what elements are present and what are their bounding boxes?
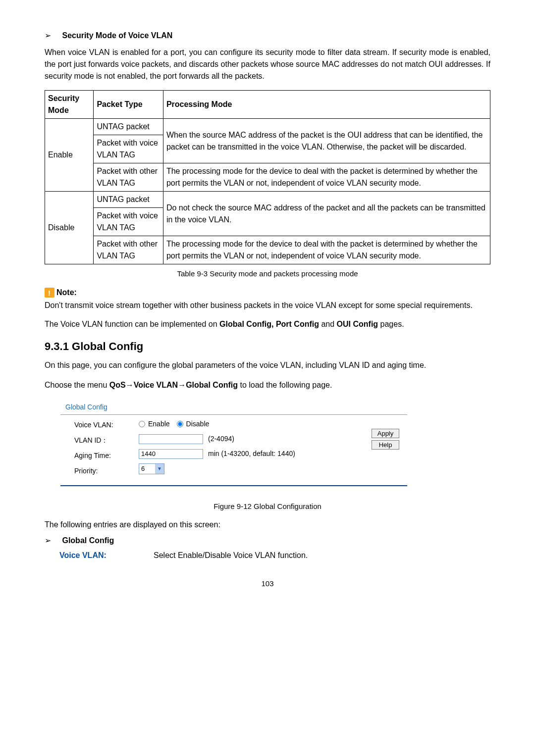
priority-value: 6	[141, 464, 145, 474]
cell-untag2: UNTAG packet	[94, 192, 163, 208]
apply-button[interactable]: Apply	[372, 429, 399, 438]
bullet-arrow-icon: ➢	[45, 31, 51, 40]
section-heading: 9.3.1 Global Config	[45, 338, 490, 354]
controls-column: Enable Disable (2-4094) min (1-43200, de…	[139, 419, 295, 474]
table-row: Enable UNTAG packet When the source MAC …	[45, 119, 490, 135]
text: The Voice VLAN function can be implement…	[45, 320, 219, 328]
lead-text: Security Mode of Voice VLAN	[62, 31, 172, 40]
field-desc-voice-vlan: Select Enable/Disable Voice VLAN functio…	[154, 550, 308, 561]
vlan-id-input[interactable]	[139, 434, 203, 444]
menu-path: Choose the menu QoS→Voice VLAN→Global Co…	[45, 379, 490, 391]
aging-time-row: min (1-43200, default: 1440)	[139, 449, 295, 459]
radio-disable[interactable]	[177, 421, 183, 427]
cell-voice-tag2: Packet with voice VLAN TAG	[94, 208, 163, 236]
figure-caption: Figure 9-12 Global Configuration	[45, 501, 490, 512]
table-caption: Table 9-3 Security mode and packets proc…	[45, 268, 490, 280]
lead-text: Global Config	[62, 536, 114, 545]
note-body: Don't transmit voice stream together wit…	[45, 300, 490, 311]
table-header-row: Security Mode Packet Type Processing Mod…	[45, 91, 490, 119]
section-lead-security: ➢ Security Mode of Voice VLAN	[45, 30, 490, 42]
field-description-row: Voice VLAN: Select Enable/Disable Voice …	[59, 550, 490, 561]
radio-disable-label: Disable	[186, 419, 210, 429]
global-config-panel: Global Config Voice VLAN: VLAN ID： Aging…	[60, 399, 407, 486]
cell-pm3: Do not check the source MAC address of t…	[163, 192, 490, 236]
labels-column: Voice VLAN: VLAN ID： Aging Time: Priorit…	[74, 419, 139, 476]
table-row: Disable UNTAG packet Do not check the so…	[45, 192, 490, 208]
text: Choose the menu	[45, 381, 109, 389]
label-voice-vlan: Voice VLAN:	[74, 420, 139, 430]
aging-time-input[interactable]	[139, 449, 203, 459]
th-packet-type: Packet Type	[94, 91, 163, 119]
cell-pm2: The processing mode for the device to de…	[163, 163, 490, 192]
bullet-arrow-icon: ➢	[45, 536, 51, 545]
cell-untag: UNTAG packet	[94, 119, 163, 135]
intro-paragraph: When voice VLAN is enabled for a port, y…	[45, 47, 490, 82]
security-mode-table: Security Mode Packet Type Processing Mod…	[45, 90, 490, 264]
cell-enable: Enable	[45, 119, 94, 192]
table-row: Packet with other VLAN TAG The processin…	[45, 236, 490, 264]
label-vlan-id: VLAN ID：	[74, 435, 139, 446]
label-priority: Priority:	[74, 466, 139, 476]
cell-voice-tag: Packet with voice VLAN TAG	[94, 135, 163, 163]
bold-text: Global Config, Port Config	[219, 320, 319, 328]
th-processing-mode: Processing Mode	[163, 91, 490, 119]
priority-row: 6 ▼	[139, 463, 295, 474]
section-intro: On this page, you can configure the glob…	[45, 359, 490, 371]
warning-icon	[45, 288, 54, 298]
text: to load the following page.	[238, 381, 332, 389]
buttons-column: Apply Help	[372, 419, 402, 450]
priority-select[interactable]: 6 ▼	[139, 463, 164, 474]
cell-pm4: The processing mode for the device to de…	[163, 236, 490, 264]
radio-enable-label: Enable	[148, 419, 170, 429]
note-header: Note:	[45, 287, 490, 299]
cell-other-tag2: Packet with other VLAN TAG	[94, 236, 163, 264]
text: pages.	[378, 320, 404, 328]
pages-paragraph: The Voice VLAN function can be implement…	[45, 318, 490, 330]
panel-title: Global Config	[60, 399, 407, 415]
bold-text: OUI Config	[337, 320, 378, 328]
aging-time-hint: min (1-43200, default: 1440)	[208, 449, 295, 459]
section-lead-global: ➢ Global Config	[45, 535, 490, 547]
cell-pm1: When the source MAC address of the packe…	[163, 119, 490, 163]
field-name-voice-vlan: Voice VLAN:	[59, 550, 154, 561]
text: and	[319, 320, 337, 328]
voice-vlan-radio-group: Enable Disable	[139, 419, 295, 430]
radio-enable[interactable]	[139, 421, 145, 427]
entries-intro: The following entries are displayed on t…	[45, 519, 490, 531]
table-row: Packet with other VLAN TAG The processin…	[45, 163, 490, 192]
page-number: 103	[45, 578, 490, 590]
vlan-id-row: (2-4094)	[139, 434, 295, 445]
bold-text: QoS→Voice VLAN→Global Config	[109, 381, 238, 389]
note-label: Note:	[56, 287, 77, 299]
chevron-down-icon: ▼	[155, 464, 164, 474]
label-aging-time: Aging Time:	[74, 451, 139, 461]
vlan-id-hint: (2-4094)	[208, 434, 234, 444]
help-button[interactable]: Help	[372, 440, 399, 450]
panel-body: Voice VLAN: VLAN ID： Aging Time: Priorit…	[60, 415, 407, 486]
cell-disable: Disable	[45, 192, 94, 264]
th-security-mode: Security Mode	[45, 91, 94, 119]
cell-other-tag: Packet with other VLAN TAG	[94, 163, 163, 192]
